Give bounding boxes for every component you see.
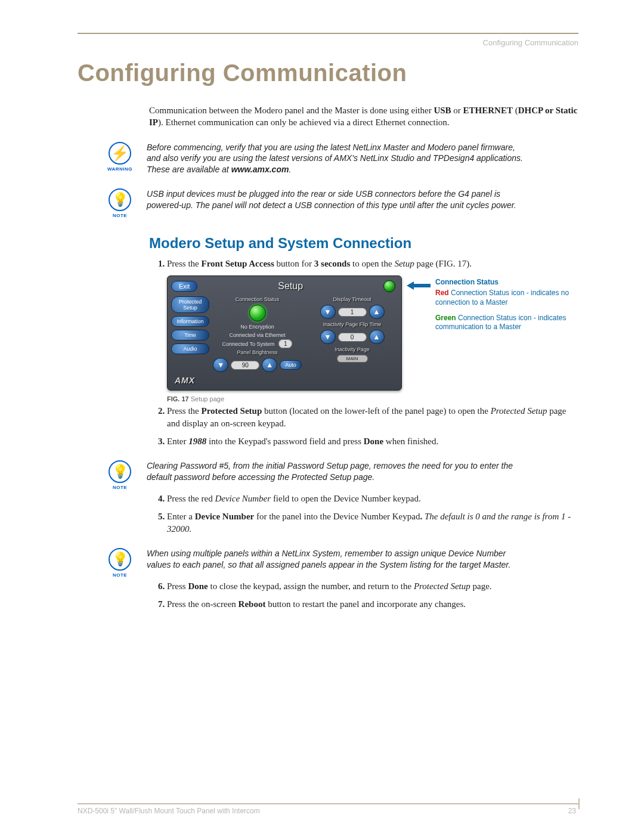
exit-button[interactable]: Exit <box>171 281 197 292</box>
timeout-value: 1 <box>338 308 367 317</box>
footer-text: NXD-500i 5" Wall/Flush Mount Touch Panel… <box>78 807 260 815</box>
warning-callout: ⚡ WARNING Before commencing, verify that… <box>107 142 578 176</box>
step-2: Press the Protected Setup button (locate… <box>167 405 578 429</box>
brightness-up-button[interactable]: ▲ <box>262 358 277 372</box>
inactivity-page-value: MAIN <box>337 355 368 363</box>
timeout-up-button[interactable]: ▲ <box>369 305 385 319</box>
callout-arrow-icon <box>407 281 431 290</box>
section-heading: Modero Setup and System Connection <box>149 235 578 252</box>
sidebar-item-protected-setup[interactable]: Protected Setup <box>171 296 209 313</box>
no-encryption-text: No Encryption <box>240 324 274 330</box>
step-3: Enter 1988 into the Keypad's password fi… <box>167 435 578 447</box>
note-callout-1: 💡 NOTE USB input devices must be plugged… <box>107 188 578 218</box>
connected-to-text: Connected To System 1 <box>222 340 293 347</box>
connection-led-icon <box>249 305 266 321</box>
display-timeout-label: Display Timeout <box>333 296 371 302</box>
timeout-down-button[interactable]: ▼ <box>320 305 336 319</box>
svg-marker-0 <box>407 281 431 290</box>
note-callout-2: 💡 NOTE Clearing Password #5, from the in… <box>107 460 578 490</box>
note-label: NOTE <box>113 572 127 578</box>
brightness-value: 90 <box>231 361 259 370</box>
sidebar-item-information[interactable]: Information <box>171 316 209 327</box>
setup-title: Setup <box>197 281 383 292</box>
step-1: Press the Front Setup Access button for … <box>167 258 578 270</box>
inactivity-flip-label: Inactivity Page Flip Time <box>323 321 382 327</box>
note-label: NOTE <box>113 485 127 490</box>
connection-status-legend: Connection Status Red Connection Status … <box>435 278 572 337</box>
step-5: Enter a Device Number for the panel into… <box>167 510 578 535</box>
steps-list-cont: Press the Protected Setup button (locate… <box>149 405 578 447</box>
figure-caption: FIG. 17 Setup page <box>167 395 578 402</box>
warning-label: WARNING <box>107 166 132 172</box>
brightness-down-button[interactable]: ▼ <box>213 358 228 372</box>
steps-list-cont2: Press the red Device Number field to ope… <box>149 493 578 535</box>
inactivity-page-label: Inactivity Page <box>335 346 370 352</box>
lightbulb-icon: 💡 <box>109 548 131 571</box>
steps-list: Press the Front Setup Access button for … <box>149 258 578 270</box>
sidebar-item-time[interactable]: Time <box>171 330 209 340</box>
steps-list-cont3: Press Done to close the keypad, assign t… <box>149 580 578 611</box>
running-head: Configuring Communication <box>483 38 578 47</box>
connected-via-text: Connected via Ethernet <box>229 332 285 338</box>
flip-up-button[interactable]: ▲ <box>369 330 385 344</box>
panel-brightness-label: Panel Brightness <box>237 349 277 355</box>
note-label: NOTE <box>113 213 127 218</box>
lightbulb-icon: 💡 <box>109 460 131 483</box>
amx-logo: AMX <box>171 376 398 385</box>
timeout-group: Display Timeout ▼ 1 ▲ Inactivity Page Fl… <box>306 296 398 372</box>
flip-down-button[interactable]: ▼ <box>320 330 336 344</box>
status-led-icon <box>383 280 395 292</box>
sidebar: Protected Setup Information Time Audio <box>171 296 209 372</box>
step-4: Press the red Device Number field to ope… <box>167 493 578 504</box>
connection-status-label: Connection Status <box>236 296 280 302</box>
sidebar-item-audio[interactable]: Audio <box>171 343 209 354</box>
footer-page-number: 23 <box>568 807 576 815</box>
warning-icon: ⚡ <box>109 142 131 165</box>
lightbulb-icon: 💡 <box>109 188 131 211</box>
brightness-auto-button[interactable]: Auto <box>280 360 302 370</box>
flip-value: 0 <box>338 333 367 342</box>
step-6: Press Done to close the keypad, assign t… <box>167 580 578 592</box>
note-callout-3: 💡 NOTE When using multiple panels within… <box>107 548 578 578</box>
legend-header: Connection Status <box>435 278 572 286</box>
step-7: Press the on-screen Reboot button to res… <box>167 598 578 610</box>
connection-status-group: Connection Status No Encryption Connecte… <box>212 296 303 372</box>
figure-17: Exit Setup Protected Setup Information T… <box>167 275 590 391</box>
intro-paragraph: Communication between the Modero panel a… <box>149 104 578 129</box>
setup-screenshot: Exit Setup Protected Setup Information T… <box>167 275 402 391</box>
